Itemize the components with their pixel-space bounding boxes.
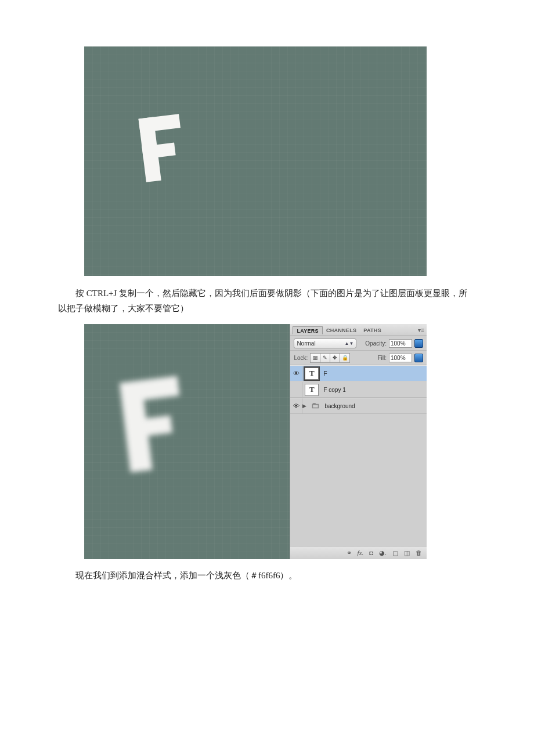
lock-transparency-button[interactable]: ▨ [310,353,320,363]
delete-layer-icon[interactable]: 🗑 [416,549,422,556]
blend-mode-value: Normal [297,340,315,347]
panel-bottom-bar: ⚭ fx. ◘ ◕. ▢ ◫ 🗑 [290,546,427,559]
paragraph-1: 按 CTRL+J 复制一个，然后隐藏它，因为我们后面要做阴影（下面的图片是为了让… [58,286,476,316]
new-layer-icon[interactable]: ◫ [404,549,410,557]
visibility-toggle[interactable]: 👁 [290,398,302,413]
blend-opacity-row: Normal ▲▼ Opacity: 100% [290,336,427,351]
layer-row[interactable]: 👁 ▶ 🗀 background [290,398,427,414]
fill-flyout-button[interactable] [414,354,423,362]
fill-input[interactable]: 100% [389,354,412,362]
lock-fill-row: Lock: ▨ ✎ ✥ 🔒 Fill: 100% [290,351,427,365]
blend-mode-dropdown[interactable]: Normal ▲▼ [294,339,356,348]
layer-style-icon[interactable]: fx. [358,549,364,556]
layer-name: background [322,403,355,409]
layers-list: 👁 T F T F copy 1 👁 ▶ 🗀 background [290,365,427,546]
screenshot-figure-2: LAYERS CHANNELS PATHS ▾≡ Normal ▲▼ Opaci… [84,324,427,559]
layer-name: F copy 1 [321,387,345,393]
new-group-icon[interactable]: ▢ [392,549,398,557]
fill-label: Fill: [377,355,387,361]
tab-channels[interactable]: CHANNELS [323,326,360,333]
tab-layers[interactable]: LAYERS [293,326,322,334]
panel-tabs: LAYERS CHANNELS PATHS ▾≡ [290,324,427,336]
lock-position-button[interactable]: ✥ [330,353,340,363]
letter-f-blurred-graphic [120,376,188,472]
link-layers-icon[interactable]: ⚭ [347,549,352,557]
opacity-label: Opacity: [365,340,387,347]
expand-triangle-icon[interactable]: ▶ [302,403,308,409]
layer-row[interactable]: T F copy 1 [290,381,427,398]
lock-all-button[interactable]: 🔒 [340,353,350,363]
panel-menu-icon[interactable]: ▾≡ [418,327,424,333]
layers-panel: LAYERS CHANNELS PATHS ▾≡ Normal ▲▼ Opaci… [290,324,427,559]
letter-f-graphic [139,114,187,182]
adjustment-layer-icon[interactable]: ◕. [379,549,387,557]
document-page: 按 CTRL+J 复制一个，然后隐藏它，因为我们后面要做阴影（下面的图片是为了让… [0,0,534,607]
tab-paths[interactable]: PATHS [360,326,385,333]
paragraph-2: 现在我们到添加混合样式，添加一个浅灰色（＃f6f6f6）。 [58,568,476,584]
opacity-input[interactable]: 100% [389,339,412,348]
lock-buttons-group: ▨ ✎ ✥ 🔒 [310,353,350,363]
lock-pixels-button[interactable]: ✎ [320,353,330,363]
layer-thumbnail[interactable]: T [305,368,319,380]
folder-icon[interactable]: 🗀 [311,401,320,412]
opacity-flyout-button[interactable] [414,339,423,348]
layer-thumbnail[interactable]: T [305,384,319,396]
layer-mask-icon[interactable]: ◘ [369,549,373,556]
screenshot-canvas-1 [84,46,427,276]
visibility-toggle[interactable]: 👁 [290,366,302,381]
screenshot-canvas-2 [84,324,290,559]
lock-label: Lock: [294,355,308,361]
layer-row[interactable]: 👁 T F [290,365,427,381]
visibility-toggle[interactable] [290,382,302,397]
layer-name: F [321,370,327,377]
dropdown-arrow-icon: ▲▼ [345,341,354,346]
